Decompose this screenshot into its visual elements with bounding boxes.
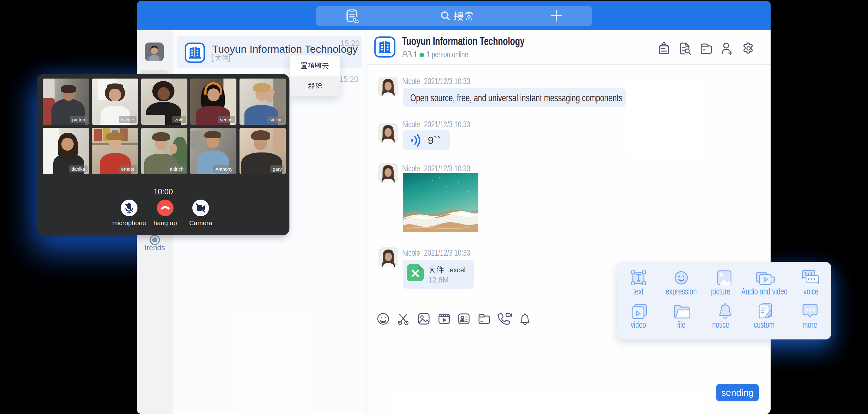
svg-text:.excel: .excel <box>448 266 465 274</box>
